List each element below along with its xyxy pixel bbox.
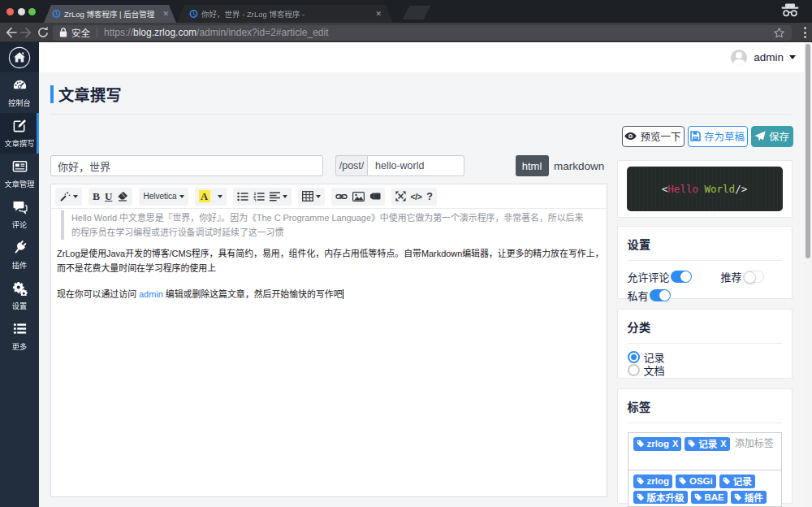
- table-icon: [302, 191, 313, 202]
- tab-close-icon[interactable]: ✕: [162, 10, 169, 18]
- sidebar-home-button[interactable]: [0, 42, 39, 72]
- reload-icon[interactable]: [36, 25, 50, 40]
- add-tag-placeholder[interactable]: 添加标签: [735, 437, 774, 451]
- ordered-list-icon: [253, 192, 265, 202]
- radio-selected-icon[interactable]: [628, 351, 640, 363]
- user-caret-icon: [789, 55, 796, 59]
- card-divider: [628, 422, 782, 423]
- tag-label: 版本升级: [647, 491, 685, 504]
- tag-icon: [688, 440, 696, 448]
- user-menu[interactable]: admin: [731, 42, 796, 72]
- paragraph-text: 编辑或删除这篇文章，然后开始愉快的写作吧: [163, 289, 343, 299]
- code-close: />: [735, 183, 747, 195]
- sidebar-item-dashboard[interactable]: 控制台: [0, 72, 39, 113]
- dashboard-icon: [12, 77, 28, 93]
- tag-option-chip[interactable]: zrlog: [633, 474, 672, 488]
- address-bar[interactable]: 安全 https://blog.zrlog.com/admin/index?id…: [53, 25, 792, 41]
- font-color-button[interactable]: A: [197, 188, 213, 206]
- remove-tag-icon[interactable]: X: [720, 439, 726, 448]
- window-close-button[interactable]: [6, 8, 14, 15]
- font-color-dropdown[interactable]: [213, 188, 225, 206]
- sidebar-item-label: 插件: [12, 259, 27, 271]
- tab-close-icon[interactable]: ✕: [375, 10, 382, 18]
- tab-admin[interactable]: ZrLog 博客程序 | 后台管理 ✕: [44, 5, 176, 23]
- window-minimize-button[interactable]: [18, 8, 25, 15]
- category-option-record[interactable]: 记录: [628, 351, 782, 364]
- comments-icon: [12, 199, 28, 214]
- sidebar-item-label: 设置: [12, 300, 27, 311]
- toggle-label: 私有: [628, 288, 649, 303]
- tag-label: 记录: [733, 474, 752, 488]
- back-icon[interactable]: [4, 25, 19, 40]
- eraser-button[interactable]: [114, 188, 131, 206]
- link-button[interactable]: [333, 188, 350, 206]
- tag-icon: [734, 493, 742, 501]
- tag-option-chip[interactable]: 版本升级: [633, 491, 688, 505]
- magic-wand-button[interactable]: [57, 188, 80, 206]
- radio-unselected-icon[interactable]: [628, 364, 640, 376]
- forward-icon[interactable]: [19, 25, 33, 40]
- sidebar-item-article-manage[interactable]: 文章管理: [0, 154, 39, 194]
- sidebar-item-article-write[interactable]: 文章撰写: [0, 113, 39, 154]
- remove-tag-icon[interactable]: X: [672, 439, 678, 448]
- page-scrollbar-track[interactable]: [804, 42, 812, 507]
- mode-html-button[interactable]: html: [516, 155, 549, 176]
- toolbar-group-misc: </> ?: [391, 188, 437, 206]
- tag-option-chip[interactable]: OSGi: [676, 474, 716, 488]
- tag-option-chip[interactable]: BAE: [691, 491, 728, 505]
- alias-input[interactable]: hello-world: [367, 155, 464, 176]
- unordered-list-button[interactable]: [235, 188, 251, 206]
- code-view-button[interactable]: </>: [408, 188, 425, 206]
- save-button[interactable]: 保存: [751, 126, 793, 147]
- new-tab-button[interactable]: [402, 6, 430, 20]
- selected-tag-chip[interactable]: zrlog X: [633, 437, 682, 451]
- selected-tag-chip[interactable]: 记录 X: [685, 437, 729, 451]
- preview-button[interactable]: 预览一下: [622, 126, 685, 147]
- help-button[interactable]: ?: [424, 188, 435, 206]
- toolbar-group-media: [331, 188, 385, 206]
- text-cursor: [343, 289, 343, 299]
- sidebar-item-comments[interactable]: 评论: [0, 194, 39, 235]
- category-option-doc[interactable]: 文档: [628, 364, 782, 377]
- gears-icon: [12, 280, 28, 296]
- paragraph: 现在你可以通过访问 admin 编辑或删除这篇文章，然后开始愉快的写作吧: [57, 287, 607, 301]
- video-button[interactable]: [367, 188, 383, 206]
- url-host: blog.zrlog.com: [133, 27, 197, 38]
- recommend-toggle[interactable]: [743, 271, 764, 283]
- image-button[interactable]: [350, 188, 367, 206]
- font-family-dropdown[interactable]: Helvetica: [140, 188, 186, 206]
- sidebar-item-label: 控制台: [8, 97, 31, 108]
- bookmark-star-icon[interactable]: [773, 27, 785, 39]
- window-zoom-button[interactable]: [28, 8, 36, 15]
- selected-tags-box[interactable]: zrlog X 记录 X 添加标签: [628, 432, 782, 470]
- align-dropdown[interactable]: [267, 188, 290, 206]
- sidebar-item-settings[interactable]: 设置: [0, 275, 39, 316]
- sidebar-item-label: 文章管理: [5, 178, 35, 189]
- magic-wand-icon: [59, 191, 71, 202]
- browser-menu-icon[interactable]: [804, 27, 807, 38]
- tab-strip: ZrLog 博客程序 | 后台管理 ✕ 你好，世界 - ZrLog 博客程序 -…: [0, 0, 812, 23]
- table-dropdown[interactable]: [300, 188, 323, 206]
- admin-link[interactable]: admin: [139, 289, 163, 299]
- underline-button[interactable]: U: [102, 188, 114, 206]
- sidebar-item-plugins[interactable]: 插件: [0, 235, 39, 275]
- save-draft-button[interactable]: 存为草稿: [688, 126, 748, 147]
- category-card: 分类 记录 文档: [617, 309, 793, 379]
- fullscreen-button[interactable]: [393, 188, 408, 206]
- page-scrollbar-thumb[interactable]: [806, 44, 810, 258]
- tag-option-chip[interactable]: 插件: [731, 491, 767, 505]
- settings-card: 设置 允许评论 推荐 私有: [617, 226, 793, 299]
- tag-icon: [637, 440, 645, 448]
- mode-markdown-button[interactable]: markdown: [554, 155, 604, 176]
- editor-content[interactable]: Hello World 中文意思是『世界，你好』。因为《The C Progra…: [51, 209, 607, 301]
- ordered-list-button[interactable]: [251, 188, 267, 206]
- article-title-input[interactable]: 你好，世界: [50, 155, 323, 176]
- allow-comments-toggle[interactable]: [671, 271, 692, 283]
- tab-article[interactable]: 你好，世界 - ZrLog 博客程序 - ✕: [177, 5, 393, 23]
- bold-button[interactable]: B: [90, 188, 102, 206]
- newspaper-icon: [12, 158, 28, 174]
- sidebar-item-more[interactable]: 更多: [0, 316, 39, 357]
- private-toggle[interactable]: [650, 289, 671, 301]
- sidebar-item-label: 更多: [12, 340, 27, 352]
- tag-option-chip[interactable]: 记录: [719, 474, 755, 488]
